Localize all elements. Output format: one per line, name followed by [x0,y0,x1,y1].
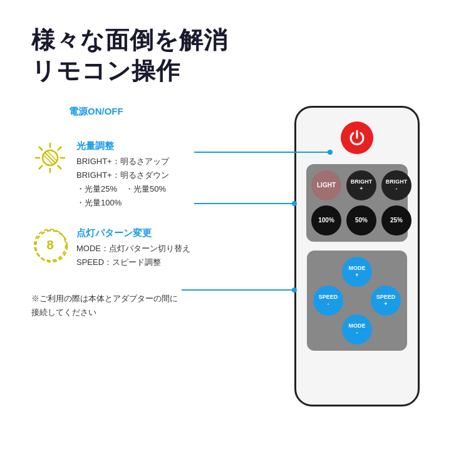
left-panel: 電源ON/OFF [31,106,263,406]
power-feature-row: 電源ON/OFF [69,106,251,120]
power-icon [348,128,366,147]
sun-icon [34,142,66,174]
dpad-cross: MODE+ MODE- SPEED- SPEED+ [313,257,401,344]
pattern-feature-row: 8 点灯パターン変更 MODE：点灯パターン切り替え SPEED：スピード調整 [31,227,251,269]
title-section: 様々な面倒を解消 リモコン操作 [31,25,451,87]
page-container: 様々な面倒を解消 リモコン操作 電源ON/OFF [0,0,476,476]
brightness-label: 光量調整 [76,140,169,152]
speed-minus-button[interactable]: SPEED- [313,286,343,316]
title-line2: リモコン操作 [31,56,451,86]
power-feature-content: 電源ON/OFF [69,106,123,120]
brightness-feature-row: 光量調整 BRIGHT+：明るさアップ BRIGHT+：明るさダウン ・光量25… [31,140,251,210]
svg-line-4 [39,147,43,150]
brightness-icon-area [31,142,69,174]
title-line1: 様々な面倒を解消 [31,25,451,56]
svg-line-7 [39,165,43,169]
number-icon: 8 [34,229,66,261]
bright-plus-button[interactable]: BRIGHT+ [346,170,376,200]
note-text: ※ご利用の際は本体とアダプターの間に接続してください [31,292,251,319]
speed-plus-button[interactable]: SPEED+ [371,286,401,316]
remote-body: LIGHT BRIGHT+ BRIGHT- 100% 50% 25% MODE+… [294,106,420,406]
100-button[interactable]: 100% [311,205,341,235]
pattern-number: 8 [46,238,53,252]
bright-minus-button[interactable]: BRIGHT- [381,170,411,200]
pattern-detail: MODE：点灯パターン切り替え SPEED：スピード調整 [76,242,190,269]
mode-plus-button[interactable]: MODE+ [342,257,372,287]
dpad-container: MODE+ MODE- SPEED- SPEED+ [307,251,407,351]
pattern-icon-area: 8 [31,229,69,261]
right-panel: LIGHT BRIGHT+ BRIGHT- 100% 50% 25% MODE+… [263,106,451,406]
mode-minus-button[interactable]: MODE- [342,314,372,344]
50-button[interactable]: 50% [346,205,376,235]
brightness-detail: BRIGHT+：明るさアップ BRIGHT+：明るさダウン ・光量25% ・光量… [76,155,169,210]
power-button[interactable] [341,122,373,154]
pattern-label: 点灯パターン変更 [76,227,190,239]
svg-line-6 [58,147,61,150]
brightness-button-grid: LIGHT BRIGHT+ BRIGHT- 100% 50% 25% [306,164,408,242]
pattern-feature-content: 点灯パターン変更 MODE：点灯パターン切り替え SPEED：スピード調整 [76,227,190,269]
25-button[interactable]: 25% [381,205,411,235]
light-button[interactable]: LIGHT [311,170,341,200]
svg-line-5 [58,165,61,169]
brightness-feature-content: 光量調整 BRIGHT+：明るさアップ BRIGHT+：明るさダウン ・光量25… [76,140,169,210]
main-layout: 電源ON/OFF [31,106,451,406]
power-label: 電源ON/OFF [69,106,123,118]
